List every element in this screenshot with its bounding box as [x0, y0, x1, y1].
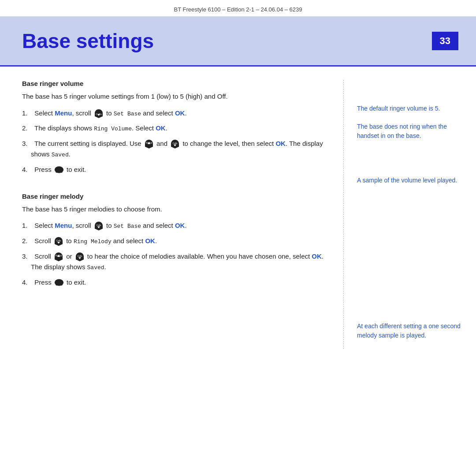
step-num: 2.: [22, 236, 28, 246]
display-saved: Saved: [52, 152, 69, 158]
up-arrow-icon: Redial: [144, 139, 154, 149]
up-arrow-icon2: Redial: [54, 252, 63, 262]
svg-text:Calls: Calls: [96, 224, 101, 226]
scroll-down-icon: Calls: [94, 109, 104, 119]
step-num: 3.: [22, 251, 28, 262]
svg-rect-7: [56, 171, 62, 173]
ok-4: OK: [175, 222, 185, 229]
end-call-icon2: [54, 278, 64, 288]
section1-intro: The base has 5 ringer volume settings fr…: [22, 92, 330, 102]
step-num: 1.: [22, 220, 28, 231]
page-title: Base settings: [22, 29, 154, 53]
section2-steps: 1. Select Menu, scroll Calls to Set Base…: [22, 220, 330, 287]
menu-link2[interactable]: Menu: [55, 222, 72, 229]
display-set-base2: Set Base: [114, 223, 141, 230]
display-set-base: Set Base: [114, 111, 141, 117]
svg-rect-17: [56, 284, 62, 286]
section1-title: Base ringer volume: [22, 80, 330, 87]
step1-1: 1. Select Menu, scroll Calls to Set Base…: [22, 108, 330, 119]
main-content: Base ringer volume The base has 5 ringer…: [0, 67, 476, 349]
display-saved2: Saved: [87, 264, 104, 271]
right-note3: A sample of the volume level played.: [357, 176, 463, 185]
ok-5: OK: [145, 237, 155, 245]
display-ring-melody: Ring Melody: [74, 238, 112, 245]
page-header: Base settings 33: [0, 17, 476, 67]
step1-4: 4. Press to exit.: [22, 164, 330, 175]
ok-2: OK: [156, 124, 166, 132]
menu-link[interactable]: Menu: [55, 109, 72, 117]
step-num: 3.: [22, 138, 28, 149]
ok-6: OK: [312, 252, 322, 260]
step-num: 2.: [22, 123, 28, 134]
svg-text:Calls: Calls: [173, 142, 178, 145]
svg-text:Calls: Calls: [77, 255, 82, 257]
scroll-down-icon5: Calls: [75, 252, 85, 262]
scroll-down-icon2: Calls: [170, 139, 180, 149]
scroll-down-icon3: Calls: [94, 221, 104, 231]
step1-2: 2. The displays shows Ring Volume. Selec…: [22, 123, 330, 134]
step2-4: 4. Press to exit.: [22, 277, 330, 288]
step2-3: 3. Scroll Redial or Calls to hear the ch…: [22, 251, 330, 273]
scroll-down-icon4: Calls: [54, 237, 63, 246]
step-num: 4.: [22, 277, 28, 288]
right-note2: The base does not ring when the handset …: [357, 122, 463, 141]
svg-text:Calls: Calls: [56, 239, 61, 242]
section-ringer-melody: Base ringer melody The base has 5 ringer…: [22, 193, 330, 288]
display-ring-volume: Ring Volume: [94, 126, 132, 132]
step1-3: 3. The current setting is displayed. Use…: [22, 138, 330, 160]
section2-title: Base ringer melody: [22, 193, 330, 200]
step-num: 1.: [22, 108, 28, 119]
step-num: 4.: [22, 164, 28, 175]
step2-2: 2. Scroll Calls to Ring Melody and selec…: [22, 236, 330, 247]
right-note4: At each different setting a one second m…: [357, 322, 463, 340]
right-column: The default ringer volume is 5. The base…: [344, 80, 476, 349]
top-bar-text: BT Freestyle 6100 – Edition 2-1 – 24.06.…: [174, 6, 302, 13]
step2-1: 1. Select Menu, scroll Calls to Set Base…: [22, 220, 330, 231]
end-call-icon: [54, 165, 64, 175]
section1-steps: 1. Select Menu, scroll Calls to Set Base…: [22, 108, 330, 175]
left-column: Base ringer volume The base has 5 ringer…: [0, 80, 344, 349]
page-number: 33: [432, 32, 458, 50]
ok-1: OK: [175, 109, 185, 117]
section2-intro: The base has 5 ringer melodies to choose…: [22, 204, 330, 215]
section-ringer-volume: Base ringer volume The base has 5 ringer…: [22, 80, 330, 175]
ok-3: OK: [275, 140, 286, 147]
top-bar: BT Freestyle 6100 – Edition 2-1 – 24.06.…: [0, 0, 476, 17]
right-note1: The default ringer volume is 5.: [357, 104, 463, 113]
